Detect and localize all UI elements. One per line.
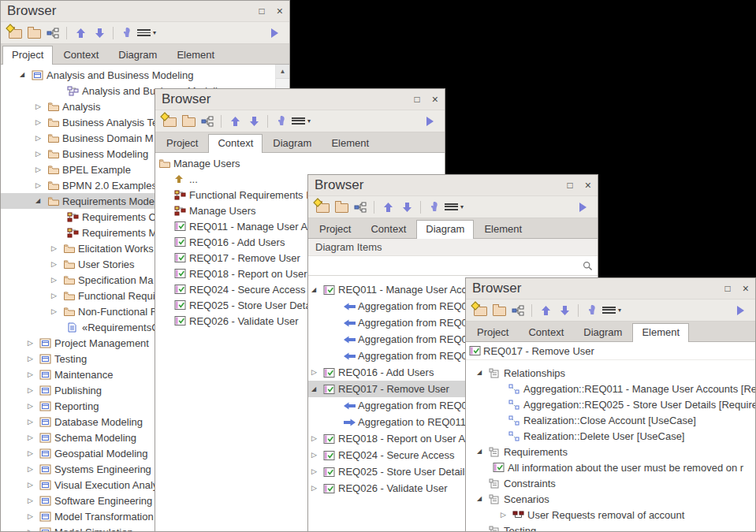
expander-closed-icon[interactable]: ▷ bbox=[35, 182, 47, 189]
expander-closed-icon[interactable]: ▷ bbox=[28, 450, 39, 457]
tab-diagram[interactable]: Diagram bbox=[263, 134, 321, 152]
tab-element[interactable]: Element bbox=[322, 134, 378, 152]
move-up-button[interactable] bbox=[72, 24, 89, 42]
expander-closed-icon[interactable]: ▷ bbox=[311, 485, 323, 492]
tree-row[interactable]: ◢Relationships bbox=[466, 365, 755, 381]
menu-button[interactable]: ▾ bbox=[602, 302, 621, 319]
tree-row[interactable]: Constraints bbox=[466, 475, 755, 491]
forward-button[interactable] bbox=[422, 113, 439, 130]
move-down-button[interactable] bbox=[245, 113, 263, 130]
expander-closed-icon[interactable]: ▷ bbox=[28, 497, 39, 504]
expander-closed-icon[interactable]: ▷ bbox=[35, 135, 47, 142]
expander-closed-icon[interactable]: ▷ bbox=[28, 340, 39, 347]
tree-row[interactable]: Realization::Delete User [UseCase] bbox=[466, 428, 755, 444]
tab-context[interactable]: Context bbox=[208, 134, 263, 153]
expander-closed-icon[interactable]: ▷ bbox=[311, 468, 323, 475]
menu-button[interactable]: ▾ bbox=[137, 24, 156, 42]
new-model-button[interactable] bbox=[6, 24, 24, 42]
menu-button[interactable]: ▾ bbox=[292, 113, 311, 130]
title-bar[interactable]: Browser □ × bbox=[466, 278, 755, 299]
expander-closed-icon[interactable]: ▷ bbox=[51, 277, 63, 284]
expander-closed-icon[interactable]: ▷ bbox=[35, 166, 47, 173]
expander-closed-icon[interactable]: ▷ bbox=[28, 387, 39, 394]
expander-closed-icon[interactable]: ▷ bbox=[28, 434, 39, 441]
maximize-button[interactable]: □ bbox=[415, 95, 420, 104]
expander-closed-icon[interactable]: ▷ bbox=[501, 512, 512, 519]
tree-row[interactable]: ◢Scenarios bbox=[466, 491, 755, 507]
title-bar[interactable]: Browser □ × bbox=[1, 1, 289, 22]
tree-row[interactable]: Aggregation::REQ011 - Manage User Accoun… bbox=[466, 381, 755, 396]
close-button[interactable]: × bbox=[277, 6, 283, 17]
move-up-button[interactable] bbox=[226, 113, 244, 130]
expander-closed-icon[interactable]: ▷ bbox=[28, 371, 39, 378]
title-bar[interactable]: Browser □ × bbox=[308, 175, 598, 196]
expander-closed-icon[interactable]: ▷ bbox=[35, 151, 47, 158]
expander-open-icon[interactable]: ◢ bbox=[311, 386, 323, 392]
tab-diagram[interactable]: Diagram bbox=[109, 46, 166, 64]
tree-row[interactable]: Realization::Close Account [UseCase] bbox=[466, 412, 755, 428]
forward-button[interactable] bbox=[575, 199, 592, 216]
tree-row[interactable]: ▷User Requests removal of account bbox=[466, 507, 755, 523]
close-button[interactable]: × bbox=[585, 180, 591, 191]
expander-closed-icon[interactable]: ▷ bbox=[28, 419, 39, 426]
new-model-button[interactable] bbox=[314, 199, 331, 216]
forward-button[interactable] bbox=[732, 302, 750, 319]
expander-closed-icon[interactable]: ▷ bbox=[28, 513, 39, 520]
browse-button[interactable] bbox=[180, 113, 197, 130]
expander-closed-icon[interactable]: ▷ bbox=[35, 119, 47, 126]
pin-button[interactable] bbox=[273, 113, 290, 130]
tab-project[interactable]: Project bbox=[157, 134, 207, 152]
tab-element[interactable]: Element bbox=[632, 323, 689, 342]
tree-row[interactable]: All information about the user must be r… bbox=[466, 459, 755, 475]
hierarchy-button[interactable] bbox=[352, 199, 369, 216]
browse-button[interactable] bbox=[333, 199, 350, 216]
hierarchy-button[interactable] bbox=[44, 24, 61, 42]
move-down-button[interactable] bbox=[91, 24, 108, 42]
maximize-button[interactable]: □ bbox=[725, 284, 731, 293]
menu-button[interactable]: ▾ bbox=[445, 199, 464, 216]
move-down-button[interactable] bbox=[398, 199, 415, 216]
expander-closed-icon[interactable]: ▷ bbox=[51, 245, 63, 252]
tab-project[interactable]: Project bbox=[2, 46, 53, 65]
expander-closed-icon[interactable]: ▷ bbox=[28, 403, 39, 410]
tab-context[interactable]: Context bbox=[361, 220, 415, 238]
expander-open-icon[interactable]: ◢ bbox=[35, 198, 47, 204]
expander-closed-icon[interactable]: ▷ bbox=[51, 261, 63, 268]
new-model-button[interactable] bbox=[471, 302, 489, 319]
expander-open-icon[interactable]: ◢ bbox=[477, 448, 489, 455]
expander-closed-icon[interactable]: ▷ bbox=[35, 103, 47, 110]
tab-context[interactable]: Context bbox=[519, 323, 573, 341]
tree-row[interactable]: Aggregation::REQ025 - Store User Details… bbox=[466, 396, 755, 412]
hierarchy-button[interactable] bbox=[509, 302, 527, 319]
expander-closed-icon[interactable]: ▷ bbox=[311, 369, 323, 376]
expander-closed-icon[interactable]: ▷ bbox=[311, 452, 323, 459]
pin-button[interactable] bbox=[118, 24, 136, 42]
expander-closed-icon[interactable]: ▷ bbox=[51, 308, 63, 315]
tree-row[interactable]: Testing bbox=[466, 523, 755, 531]
expander-open-icon[interactable]: ◢ bbox=[311, 287, 323, 293]
expander-closed-icon[interactable]: ▷ bbox=[51, 292, 63, 299]
move-up-button[interactable] bbox=[537, 302, 554, 319]
pin-button[interactable] bbox=[426, 199, 443, 216]
expander-open-icon[interactable]: ◢ bbox=[20, 72, 32, 78]
hierarchy-button[interactable] bbox=[199, 113, 216, 130]
move-up-button[interactable] bbox=[379, 199, 397, 216]
expander-closed-icon[interactable]: ▷ bbox=[28, 355, 39, 363]
tab-context[interactable]: Context bbox=[54, 46, 108, 64]
tab-diagram[interactable]: Diagram bbox=[416, 220, 474, 239]
expander-open-icon[interactable]: ◢ bbox=[477, 496, 489, 502]
close-button[interactable]: × bbox=[743, 283, 749, 294]
browse-button[interactable] bbox=[25, 24, 43, 42]
maximize-button[interactable]: □ bbox=[568, 180, 573, 190]
expander-closed-icon[interactable]: ▷ bbox=[28, 482, 39, 489]
expander-closed-icon[interactable]: ▷ bbox=[311, 435, 323, 442]
search-input[interactable] bbox=[313, 258, 583, 273]
maximize-button[interactable]: □ bbox=[259, 6, 265, 16]
expander-closed-icon[interactable]: ▷ bbox=[28, 529, 39, 532]
tree-row[interactable]: ◢Analysis and Business Modeling bbox=[1, 67, 289, 83]
forward-button[interactable] bbox=[266, 24, 284, 42]
tab-element[interactable]: Element bbox=[475, 220, 531, 238]
pin-button[interactable] bbox=[583, 302, 601, 319]
new-model-button[interactable] bbox=[161, 113, 178, 130]
title-bar[interactable]: Browser □ × bbox=[155, 89, 445, 110]
